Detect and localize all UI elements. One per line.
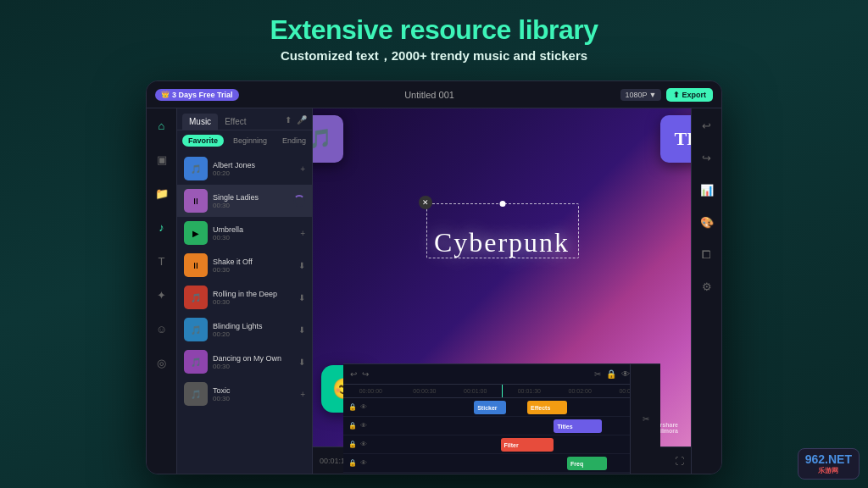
left-panel: Music Effect ⬆ 🎤 Favorite Beginning Endi… — [177, 108, 313, 474]
floating-text-card[interactable]: TI — [660, 115, 691, 163]
audio-icon[interactable]: 📊 — [697, 180, 717, 200]
track-controls: 🔒 👁 — [343, 441, 394, 448]
list-item[interactable]: 🎵 Blinding Lights 00:20 ⬇ — [177, 313, 312, 346]
undo-icon[interactable]: ↩ — [350, 369, 357, 379]
track-clip[interactable]: Titles — [554, 419, 602, 433]
sidebar-icon-effects[interactable]: ✦ — [152, 285, 172, 305]
title-right-controls: 1080P ▼ ⬆ Export — [620, 88, 713, 102]
track-info: Albert Jones 00:20 — [213, 161, 295, 177]
tab-effect[interactable]: Effect — [218, 114, 253, 130]
track-info: Shake it Off 00:30 — [213, 258, 293, 274]
timeline-tracks: 🔒 👁 Sticker Effects 🔒 👁 — [343, 398, 660, 474]
fullscreen-button[interactable]: ⛶ — [675, 456, 684, 466]
track-content: Freq — [394, 454, 660, 472]
track-info: Toxic 00:30 — [213, 386, 295, 402]
track-clip[interactable]: Sticker — [474, 401, 506, 414]
track-thumbnail: ⏸ — [184, 189, 208, 213]
track-thumbnail: ⏸ — [184, 253, 208, 277]
track-row: 🔒 👁 Sticker Effects — [343, 398, 660, 417]
lock-track-icon[interactable]: 🔒 — [348, 459, 357, 467]
app-window: 3 Days Free Trial Untitled 001 1080P ▼ ⬆… — [146, 80, 722, 474]
sidebar-icon-text[interactable]: T — [152, 251, 172, 271]
redo-icon[interactable]: ↪ — [697, 147, 717, 168]
subtab-beginning[interactable]: Beginning — [227, 135, 273, 147]
list-item[interactable]: 🎵 Rolling in the Deep 00:30 ⬇ — [177, 281, 312, 313]
site-badge-number: 962.NET — [805, 452, 852, 466]
crop-icon[interactable]: ⧠ — [697, 244, 717, 264]
track-thumbnail: 🎵 — [184, 157, 208, 180]
eye-track-icon[interactable]: 👁 — [360, 441, 367, 448]
sidebar-icon-media[interactable]: ▣ — [152, 149, 172, 169]
list-item[interactable]: 🎵 Albert Jones 00:20 + — [177, 152, 312, 185]
undo-icon[interactable]: ↩ — [697, 115, 717, 136]
export-button[interactable]: ⬆ Export — [666, 88, 713, 102]
panel-tabs: Music Effect ⬆ 🎤 — [177, 108, 312, 130]
sidebar-icon-transition[interactable]: ◎ — [152, 352, 172, 373]
track-controls: 🔒 👁 — [343, 422, 394, 430]
lock-icon[interactable]: 🔒 — [606, 369, 616, 379]
track-info: Blinding Lights 00:20 — [213, 322, 293, 338]
site-badge: 962.NET 乐游网 — [798, 448, 860, 480]
track-row: 🔒 👁 Freq — [343, 454, 660, 473]
sidebar-icon-home[interactable]: ⌂ — [152, 115, 172, 136]
list-item[interactable]: 🎵 Dancing on My Own 00:30 ⬇ — [177, 346, 312, 378]
list-item[interactable]: ⏸ Single Ladies 00:30 — [177, 185, 312, 217]
close-selection-icon[interactable]: ✕ — [419, 196, 432, 209]
resize-handle-top[interactable] — [499, 201, 505, 207]
tab-music[interactable]: Music — [182, 114, 218, 130]
track-row: 🔒 👁 Filter — [343, 435, 660, 454]
track-clip[interactable]: Freq — [567, 457, 607, 470]
track-thumbnail: ▶ — [184, 221, 208, 245]
subtab-ending[interactable]: Ending — [276, 135, 312, 147]
mic-icon[interactable]: 🎤 — [297, 115, 307, 125]
left-sidebar: ⌂ ▣ 📁 ♪ T ✦ ☺ ◎ — [147, 108, 177, 474]
lock-track-icon[interactable]: 🔒 — [348, 403, 357, 411]
eye-track-icon[interactable]: 👁 — [360, 459, 367, 467]
list-item[interactable]: ⏸ Shake it Off 00:30 ⬇ — [177, 249, 312, 281]
timeline-toolbar: ↩ ↪ ✂ 🔒 👁 ⊕ ⊖ — [343, 364, 660, 385]
sidebar-icon-music[interactable]: ♪ — [152, 217, 172, 237]
track-thumbnail: 🎵 — [184, 318, 208, 341]
download-icon[interactable]: ⬇ — [298, 293, 305, 302]
add-icon[interactable]: + — [300, 390, 305, 399]
track-clip[interactable]: Effects — [527, 401, 567, 414]
hero-section: Extensive resource library Customized te… — [0, 0, 868, 73]
track-info: Rolling in the Deep 00:30 — [213, 290, 293, 306]
add-icon[interactable]: + — [300, 229, 305, 238]
lock-track-icon[interactable]: 🔒 — [348, 441, 357, 448]
scissors-action-icon[interactable]: ✂ — [643, 414, 649, 424]
speed-icon[interactable]: ⚙ — [697, 276, 717, 297]
site-badge-name: 乐游网 — [818, 466, 838, 475]
track-thumbnail: 🎵 — [184, 350, 208, 374]
main-layout: ⌂ ▣ 📁 ♪ T ✦ ☺ ◎ Music Effect ⬆ 🎤 Favorit… — [147, 108, 721, 474]
sidebar-icon-folder[interactable]: 📁 — [152, 183, 172, 203]
trial-badge[interactable]: 3 Days Free Trial — [155, 89, 239, 101]
eye-track-icon[interactable]: 👁 — [360, 422, 367, 430]
track-clip[interactable]: Filter — [501, 438, 554, 452]
floating-music-card[interactable]: 🎵 — [313, 115, 343, 163]
download-icon[interactable]: ⬇ — [298, 325, 305, 335]
track-thumbnail: 🎵 — [184, 382, 208, 406]
eye-icon[interactable]: 👁 — [621, 369, 630, 379]
playhead[interactable] — [502, 385, 503, 397]
resolution-button[interactable]: 1080P ▼ — [620, 89, 662, 101]
import-icon[interactable]: ⬆ — [285, 115, 292, 125]
lock-track-icon[interactable]: 🔒 — [348, 422, 357, 430]
eye-track-icon[interactable]: 👁 — [360, 403, 367, 411]
track-thumbnail: 🎵 — [184, 286, 208, 309]
sidebar-icon-sticker[interactable]: ☺ — [152, 319, 172, 339]
subtab-favorite[interactable]: Favorite — [182, 135, 224, 147]
timeline-area: ↩ ↪ ✂ 🔒 👁 ⊕ ⊖ 00:00:00 00:00:30 00:01:00 — [343, 363, 660, 474]
redo-icon[interactable]: ↪ — [362, 369, 369, 379]
add-icon[interactable]: + — [300, 164, 305, 174]
center-area: 🎵 TI ✕ Cyberpunk Wondershare Filmora — [313, 108, 691, 474]
download-icon[interactable]: ⬇ — [298, 358, 305, 367]
hero-title: Extensive resource library — [0, 15, 868, 45]
list-item[interactable]: ▶ Umbrella 00:30 + — [177, 217, 312, 249]
track-content: Sticker Effects — [394, 398, 660, 416]
scissors-icon[interactable]: ✂ — [594, 369, 601, 379]
title-bar: 3 Days Free Trial Untitled 001 1080P ▼ ⬆… — [147, 81, 721, 108]
list-item[interactable]: 🎵 Toxic 00:30 + — [177, 378, 312, 410]
download-icon[interactable]: ⬇ — [298, 261, 305, 270]
color-icon[interactable]: 🎨 — [697, 212, 717, 232]
